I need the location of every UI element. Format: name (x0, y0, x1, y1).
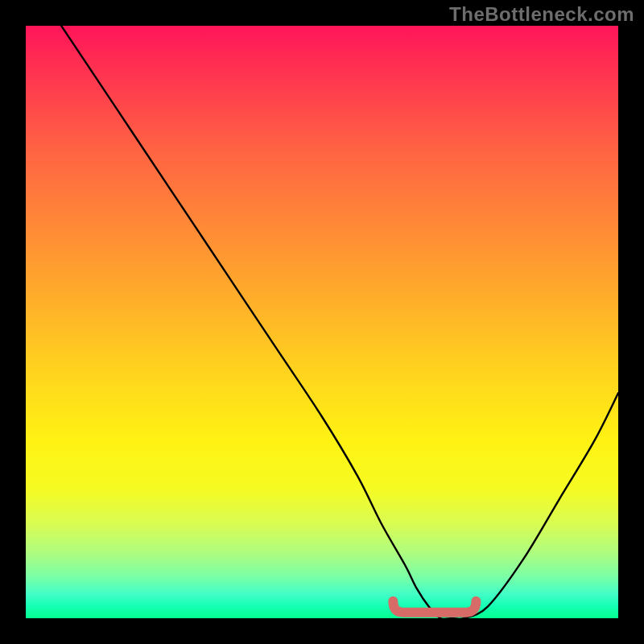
bottleneck-curve (61, 26, 618, 618)
chart-container: TheBottleneck.com (0, 0, 644, 644)
plot-area (26, 26, 618, 618)
chart-svg (26, 26, 618, 618)
watermark-text: TheBottleneck.com (449, 3, 634, 26)
optimal-range-marker (393, 601, 476, 613)
